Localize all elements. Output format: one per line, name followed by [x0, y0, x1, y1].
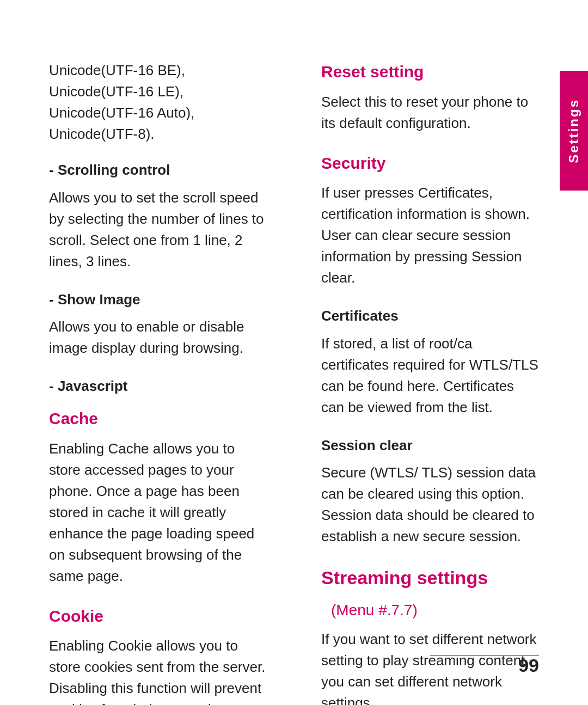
cache-body: Enabling Cache allows you to store acces…	[49, 438, 267, 587]
show-image-body: Allows you to enable or disable image di…	[49, 316, 267, 359]
cache-heading: Cache	[49, 407, 267, 431]
cookie-body: Enabling Cookie allows you to store cook…	[49, 635, 267, 705]
scrolling-control-heading: - Scrolling control	[49, 160, 267, 181]
certificates-body: If stored, a list of root/ca certificate…	[321, 333, 539, 418]
page-container: Settings Unicode(UTF-16 BE), Unicode(UTF…	[0, 0, 588, 705]
sidebar-text: Settings	[565, 99, 584, 163]
streaming-settings-heading: Streaming settings	[321, 565, 488, 591]
content-area: Unicode(UTF-16 BE), Unicode(UTF-16 LE), …	[0, 33, 588, 672]
streaming-settings-body: If you want to set different network set…	[321, 629, 539, 705]
show-image-heading: - Show Image	[49, 290, 267, 310]
scrolling-control-body: Allows you to set the scroll speed by se…	[49, 187, 267, 272]
session-clear-heading: Session clear	[321, 436, 539, 456]
right-column: Reset setting Select this to reset your …	[299, 60, 539, 645]
session-clear-body: Secure (WTLS/ TLS) session data can be c…	[321, 462, 539, 547]
intro-text: Unicode(UTF-16 BE), Unicode(UTF-16 LE), …	[49, 60, 267, 145]
streaming-settings-section: Streaming settings (Menu #.7.7) If you w…	[321, 565, 539, 705]
security-body: If user presses Certificates, certificat…	[321, 182, 539, 289]
reset-setting-heading: Reset setting	[321, 60, 539, 84]
certificates-heading: Certificates	[321, 306, 539, 327]
javascript-heading: - Javascript	[49, 376, 267, 397]
security-heading: Security	[321, 151, 539, 175]
page-number: 99	[518, 652, 539, 679]
streaming-heading-row: Streaming settings (Menu #.7.7)	[321, 565, 539, 621]
streaming-menu-tag: (Menu #.7.7)	[331, 599, 418, 622]
left-column: Unicode(UTF-16 BE), Unicode(UTF-16 LE), …	[49, 60, 299, 645]
reset-setting-body: Select this to reset your phone to its d…	[321, 91, 539, 134]
cookie-heading: Cookie	[49, 604, 267, 628]
sidebar-label: Settings	[560, 71, 588, 191]
